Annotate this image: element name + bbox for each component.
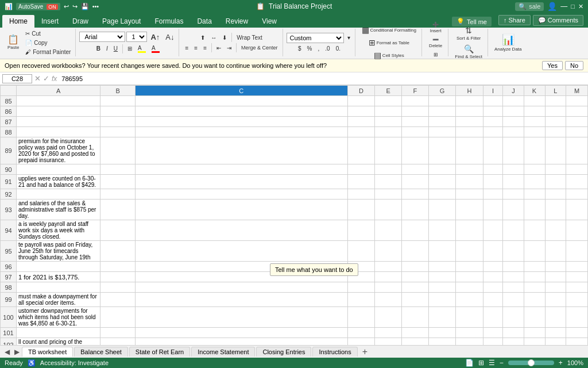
cell[interactable] xyxy=(428,106,456,117)
cell[interactable] xyxy=(545,200,566,220)
cell[interactable] xyxy=(456,127,483,137)
cell[interactable] xyxy=(483,137,503,164)
sheet-tab-balance-sheet[interactable]: Balance Sheet xyxy=(74,347,128,356)
cell[interactable] xyxy=(347,262,374,272)
font-selector[interactable]: Arial xyxy=(79,32,125,42)
cell[interactable] xyxy=(17,127,100,137)
cell[interactable] xyxy=(135,189,347,200)
cell[interactable] xyxy=(402,117,429,127)
col-header-d[interactable]: D xyxy=(347,86,374,96)
increase-decimal-button[interactable]: .0 xyxy=(323,44,332,53)
cell[interactable] xyxy=(503,200,524,220)
cell[interactable] xyxy=(545,272,566,282)
cell[interactable] xyxy=(524,164,545,175)
formula-input[interactable] xyxy=(59,75,586,83)
cell[interactable] xyxy=(503,338,524,346)
col-header-l[interactable]: L xyxy=(545,86,566,96)
cell[interactable] xyxy=(347,220,374,241)
cell[interactable] xyxy=(135,307,347,328)
cell[interactable] xyxy=(566,175,587,189)
minimize-btn[interactable]: — xyxy=(560,2,567,10)
cell[interactable] xyxy=(483,338,503,346)
cell[interactable] xyxy=(135,96,347,106)
delete-button[interactable]: ➖ Delete xyxy=(426,35,445,50)
cell[interactable] xyxy=(100,272,135,282)
cell[interactable] xyxy=(524,96,545,106)
cut-button[interactable]: ✂ Cut xyxy=(23,29,73,38)
indent-decrease-button[interactable]: ⇤ xyxy=(214,44,223,52)
cell[interactable] xyxy=(483,127,503,137)
row-header[interactable]: 102 xyxy=(1,338,17,346)
cell[interactable] xyxy=(524,307,545,328)
cell[interactable] xyxy=(375,293,402,307)
cell[interactable] xyxy=(503,293,524,307)
cell[interactable] xyxy=(483,117,503,127)
cell[interactable] xyxy=(456,117,483,127)
cell[interactable] xyxy=(100,200,135,220)
row-header[interactable]: 101 xyxy=(1,328,17,338)
cell[interactable] xyxy=(402,338,429,346)
cell[interactable] xyxy=(347,189,374,200)
cell[interactable] xyxy=(375,338,402,346)
cell[interactable] xyxy=(483,96,503,106)
italic-button[interactable]: I xyxy=(104,44,110,53)
cell[interactable] xyxy=(135,200,347,220)
cell[interactable] xyxy=(566,96,587,106)
row-header[interactable]: 87 xyxy=(1,117,17,127)
cell[interactable] xyxy=(100,293,135,307)
cell[interactable] xyxy=(566,220,587,241)
cell[interactable] xyxy=(135,282,347,293)
cell[interactable] xyxy=(566,307,587,328)
cell[interactable] xyxy=(524,175,545,189)
tab-nav-right[interactable]: ▶ xyxy=(12,348,22,356)
copy-button[interactable]: 📄 Copy xyxy=(23,39,73,47)
cell[interactable] xyxy=(375,200,402,220)
align-top-button[interactable]: ⬆ xyxy=(198,33,207,42)
cell[interactable] xyxy=(347,137,374,164)
cell[interactable] xyxy=(347,200,374,220)
col-header-f[interactable]: F xyxy=(402,86,429,96)
cell[interactable] xyxy=(566,282,587,293)
cell[interactable] xyxy=(428,137,456,164)
cell[interactable] xyxy=(428,293,456,307)
cell[interactable] xyxy=(456,96,483,106)
row-header[interactable]: 94 xyxy=(1,220,17,241)
cell[interactable] xyxy=(100,164,135,175)
cell[interactable] xyxy=(100,175,135,189)
cell[interactable] xyxy=(428,272,456,282)
tab-formulas[interactable]: Formulas xyxy=(148,15,190,28)
cell[interactable] xyxy=(456,282,483,293)
cell[interactable] xyxy=(503,307,524,328)
cell[interactable] xyxy=(375,96,402,106)
cell[interactable] xyxy=(566,293,587,307)
cell[interactable] xyxy=(402,307,429,328)
cell[interactable] xyxy=(135,293,347,307)
cell[interactable] xyxy=(375,106,402,117)
conditional-formatting-button[interactable]: ▦ Conditional Formatting xyxy=(359,24,419,36)
comments-button[interactable]: 💬 Comments xyxy=(533,15,583,26)
cell[interactable] xyxy=(402,127,429,137)
cell[interactable] xyxy=(402,293,429,307)
cell[interactable] xyxy=(545,189,566,200)
cell[interactable] xyxy=(402,175,429,189)
cell[interactable] xyxy=(545,220,566,241)
cell[interactable] xyxy=(135,127,347,137)
row-header[interactable]: 99 xyxy=(1,293,17,307)
cell[interactable] xyxy=(135,175,347,189)
percent-button[interactable]: % xyxy=(305,44,315,53)
cell[interactable] xyxy=(347,175,374,189)
format-as-table-button[interactable]: ⊞ Format as Table xyxy=(366,36,412,49)
cell[interactable] xyxy=(503,117,524,127)
cell[interactable] xyxy=(503,262,524,272)
bold-button[interactable]: B xyxy=(94,44,103,53)
cell[interactable] xyxy=(428,338,456,346)
cell[interactable] xyxy=(17,106,100,117)
cell[interactable] xyxy=(503,175,524,189)
format-painter-button[interactable]: 🖌 Format Painter xyxy=(23,48,73,56)
cell[interactable] xyxy=(566,272,587,282)
cell[interactable] xyxy=(456,241,483,262)
cell[interactable] xyxy=(375,164,402,175)
cell[interactable] xyxy=(545,307,566,328)
cell[interactable] xyxy=(135,137,347,164)
row-header[interactable]: 97 xyxy=(1,272,17,282)
